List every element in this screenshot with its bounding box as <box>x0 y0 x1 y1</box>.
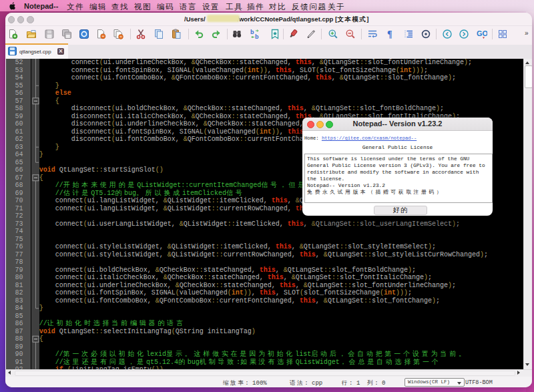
svg-text:¶: ¶ <box>387 29 392 39</box>
svg-text:b: b <box>255 33 259 40</box>
svg-text:GO: GO <box>477 29 487 37</box>
svg-text:b: b <box>250 29 254 35</box>
